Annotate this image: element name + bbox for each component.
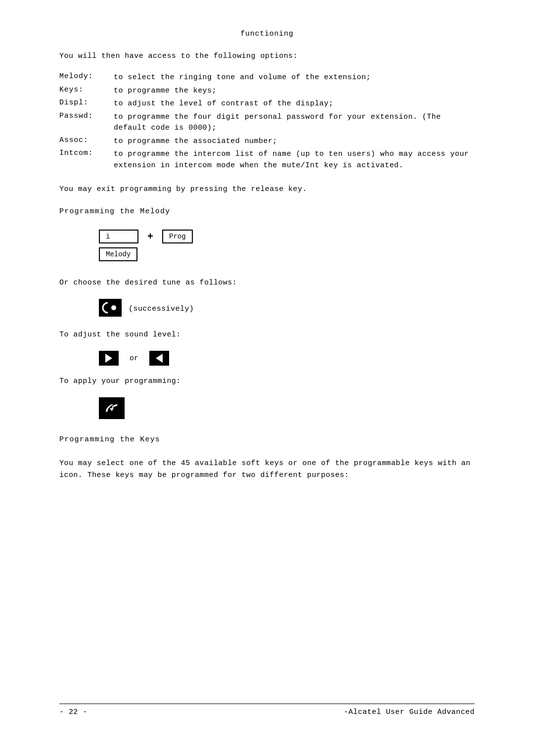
i-key: i <box>99 230 138 243</box>
section-melody-heading: Programming the Melody <box>59 207 475 216</box>
footer-page-number: - 22 - <box>59 708 88 716</box>
page-title: functioning <box>59 30 475 38</box>
melody-key: Melody <box>99 247 137 261</box>
section-keys-heading: Programming the Keys <box>59 435 475 444</box>
option-assoc-desc: to programme the associated number; <box>114 136 475 147</box>
intro-text: You will then have access to the followi… <box>59 52 475 60</box>
or-word: or <box>130 354 138 363</box>
option-melody: Melody: to select the ringing tone and v… <box>59 72 475 84</box>
exit-text: You may exit programming by pressing the… <box>59 185 475 193</box>
prog-key: Prog <box>162 230 193 243</box>
melody-diagram: i + Prog Melody <box>59 230 475 265</box>
option-assoc: Assoc: to programme the associated numbe… <box>59 136 475 147</box>
option-passwd: Passwd: to programme the four digit pers… <box>59 112 475 134</box>
successively-diagram: (successively) <box>59 299 475 319</box>
option-keys-label: Keys: <box>59 86 114 94</box>
option-keys: Keys: to programme the keys; <box>59 86 475 97</box>
keys-desc: You may select one of the 45 available s… <box>59 458 475 481</box>
arrow-left-icon <box>149 351 169 366</box>
option-melody-desc: to select the ringing tone and volume of… <box>114 72 475 84</box>
apply-diagram <box>59 397 475 422</box>
handset-icon <box>99 397 125 422</box>
sound-level-diagram: or <box>59 351 475 366</box>
option-intcom: Intcom: to programme the intercom list o… <box>59 149 475 171</box>
option-displ-label: Displ: <box>59 98 114 107</box>
option-displ-desc: to adjust the level of contrast of the d… <box>114 98 475 110</box>
melody-diagram-row1: i + Prog <box>99 230 193 243</box>
svg-point-1 <box>111 305 116 310</box>
option-displ: Displ: to adjust the level of contrast o… <box>59 98 475 110</box>
options-table: Melody: to select the ringing tone and v… <box>59 72 475 171</box>
page-footer: - 22 - -Alcatel User Guide Advanced <box>59 704 475 716</box>
adjust-sound-text: To adjust the sound level: <box>59 329 475 341</box>
option-passwd-label: Passwd: <box>59 112 114 120</box>
arrow-right-icon <box>99 351 119 366</box>
melody-diagram-row2: Melody <box>99 247 137 261</box>
option-intcom-label: Intcom: <box>59 149 114 157</box>
or-choose-text: Or choose the desired tune as follows: <box>59 277 475 289</box>
successively-text: (successively) <box>129 305 194 313</box>
option-assoc-label: Assoc: <box>59 136 114 144</box>
footer-guide-name: -Alcatel User Guide Advanced <box>344 708 475 716</box>
option-intcom-desc: to programme the intercom list of name (… <box>114 149 475 171</box>
melody-tune-icon <box>99 299 122 319</box>
option-keys-desc: to programme the keys; <box>114 86 475 97</box>
apply-text: To apply your programming: <box>59 376 475 387</box>
option-melody-label: Melody: <box>59 72 114 81</box>
option-passwd-desc: to programme the four digit personal pas… <box>114 112 475 134</box>
plus-sign: + <box>147 231 153 242</box>
